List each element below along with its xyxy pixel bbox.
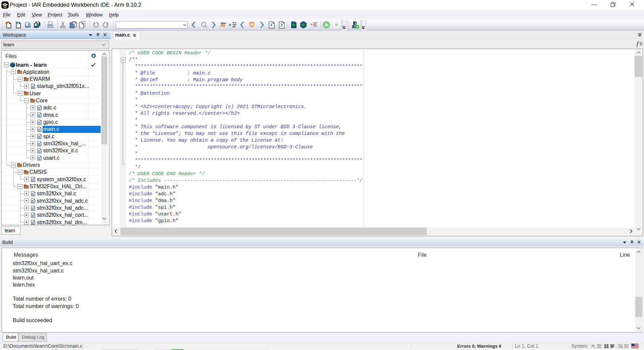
svg-text:c: c — [32, 193, 34, 196]
svg-text:f: f — [637, 41, 639, 47]
svg-text:c: c — [39, 150, 40, 153]
svg-text:c: c — [39, 157, 40, 160]
svg-text:c: c — [39, 135, 40, 139]
svg-text:c: c — [32, 221, 34, 224]
svg-text:c: c — [39, 128, 40, 132]
svg-text:c: c — [39, 143, 40, 146]
svg-text:c: c — [32, 207, 34, 210]
svg-text:c: c — [39, 121, 40, 124]
svg-text:c: c — [32, 200, 34, 203]
svg-text:c: c — [32, 178, 34, 182]
svg-text:c: c — [32, 214, 34, 217]
svg-text:c: c — [39, 114, 40, 117]
svg-text:c: c — [39, 107, 40, 110]
svg-text:a: a — [32, 85, 34, 89]
